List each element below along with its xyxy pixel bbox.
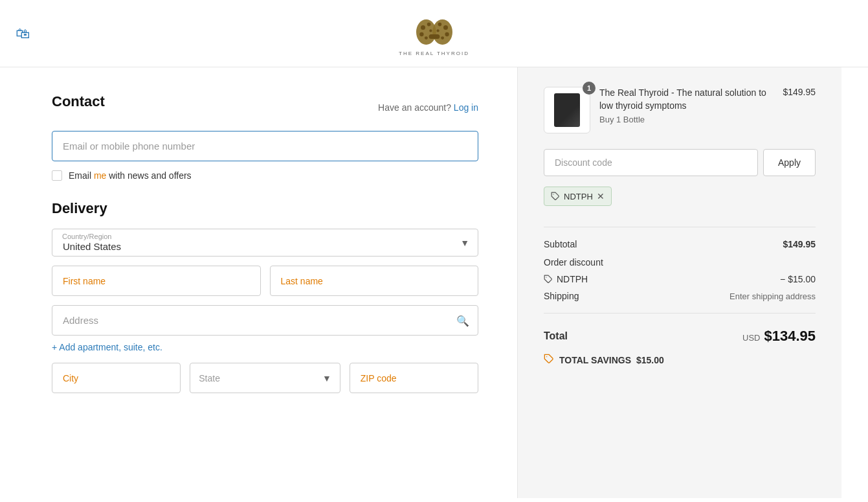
- subtotal-value: $149.95: [783, 239, 816, 249]
- shipping-label: Shipping: [544, 291, 579, 301]
- shipping-row: Shipping Enter shipping address: [544, 287, 816, 305]
- state-select[interactable]: Alabama Alaska California Florida New Yo…: [190, 363, 340, 393]
- zip-wrapper: [350, 363, 478, 393]
- logo-svg: [412, 10, 457, 49]
- total-savings-amount: $15.00: [636, 355, 664, 365]
- ndtph-discount-row: NDTPH − $15.00: [544, 271, 816, 287]
- applied-discount-tag: NDTPH ✕: [544, 187, 612, 206]
- divider-2: [544, 313, 816, 314]
- total-currency: USD: [742, 333, 760, 343]
- remove-discount-button[interactable]: ✕: [597, 191, 605, 201]
- discount-code-row: Apply: [544, 149, 816, 176]
- total-label: Total: [544, 330, 568, 342]
- first-name-input[interactable]: [52, 266, 261, 296]
- login-link[interactable]: Log in: [454, 102, 478, 113]
- address-wrapper: 🔍: [52, 305, 478, 336]
- address-input[interactable]: [52, 305, 478, 336]
- product-image-box: [544, 87, 590, 133]
- product-name: The Real Thyroid - The natural solution …: [599, 87, 773, 112]
- delivery-title: Delivery: [52, 200, 478, 217]
- cart-icon[interactable]: 🛍: [16, 25, 30, 42]
- email-checkbox-row: Email me with news and offers: [52, 170, 478, 181]
- apply-button[interactable]: Apply: [763, 149, 816, 176]
- order-discount-header-row: Order discount: [544, 253, 816, 271]
- svg-point-12: [436, 29, 439, 32]
- shipping-value: Enter shipping address: [729, 291, 816, 301]
- svg-point-10: [445, 32, 449, 36]
- left-panel: Contact Have an account? Log in Email me…: [0, 67, 518, 498]
- email-phone-input[interactable]: [52, 131, 478, 161]
- ndtph-label-group: NDTPH: [544, 274, 588, 284]
- delivery-section: Delivery Country/Region United States ▼ …: [52, 200, 478, 393]
- contact-header: Contact Have an account? Log in: [52, 93, 478, 122]
- header: 🛍 THE REAL THYROID: [0, 0, 868, 67]
- total-amount: $134.95: [764, 328, 816, 345]
- svg-point-1: [432, 19, 452, 45]
- savings-icon: [544, 354, 554, 367]
- svg-point-9: [438, 23, 441, 27]
- address-search-icon: 🔍: [456, 314, 469, 326]
- total-row: Total USD $134.95: [544, 321, 816, 348]
- name-row: [52, 266, 478, 296]
- svg-rect-2: [428, 34, 440, 39]
- tag-icon: [551, 192, 560, 201]
- logo-container: THE REAL THYROID: [399, 10, 469, 56]
- email-news-label: Email me with news and offers: [69, 170, 192, 181]
- country-label: Country/Region: [62, 233, 111, 240]
- total-savings-row: TOTAL SAVINGS $15.00: [544, 348, 816, 372]
- svg-point-7: [429, 29, 432, 32]
- total-savings-label: TOTAL SAVINGS: [559, 355, 631, 365]
- total-value-group: USD $134.95: [742, 328, 816, 345]
- savings-tag-icon: [544, 354, 554, 364]
- product-price: $149.95: [783, 87, 816, 97]
- subtotal-row: Subtotal $149.95: [544, 235, 816, 253]
- logo-tagline: THE REAL THYROID: [399, 51, 469, 56]
- country-select[interactable]: United States: [52, 229, 478, 257]
- contact-title: Contact: [52, 93, 105, 110]
- last-name-input[interactable]: [270, 266, 479, 296]
- divider-1: [544, 227, 816, 227]
- right-panel: 1 The Real Thyroid - The natural solutio…: [518, 67, 841, 498]
- svg-point-3: [421, 25, 425, 30]
- product-row: 1 The Real Thyroid - The natural solutio…: [544, 87, 816, 133]
- country-select-wrapper: Country/Region United States ▼: [52, 229, 478, 257]
- product-image: [554, 93, 580, 127]
- svg-point-8: [443, 25, 448, 30]
- first-name-wrapper: [52, 266, 261, 296]
- ndtph-label: NDTPH: [557, 274, 588, 284]
- svg-point-6: [424, 36, 427, 40]
- svg-point-5: [419, 32, 423, 36]
- add-apartment-link[interactable]: + Add apartment, suite, etc.: [52, 342, 478, 352]
- ndtph-tag-icon: [544, 275, 553, 284]
- subtotal-label: Subtotal: [544, 239, 577, 249]
- product-image-wrapper: 1: [544, 87, 590, 133]
- product-info: The Real Thyroid - The natural solution …: [599, 87, 773, 124]
- svg-point-4: [427, 23, 430, 27]
- zip-input[interactable]: [350, 363, 478, 393]
- last-name-wrapper: [270, 266, 479, 296]
- city-wrapper: [52, 363, 181, 393]
- state-select-wrapper: State Alabama Alaska California Florida …: [190, 363, 340, 393]
- discount-code-input[interactable]: [544, 149, 758, 176]
- ndtph-discount-value: − $15.00: [780, 274, 816, 284]
- svg-point-11: [441, 36, 444, 40]
- product-sub: Buy 1 Bottle: [599, 115, 773, 124]
- city-input[interactable]: [52, 363, 181, 393]
- applied-code-text: NDTPH: [564, 192, 593, 201]
- main-layout: Contact Have an account? Log in Email me…: [0, 67, 868, 498]
- order-discount-label: Order discount: [544, 257, 603, 268]
- email-news-checkbox[interactable]: [52, 170, 62, 181]
- product-badge: 1: [583, 82, 595, 95]
- city-state-zip-row: State Alabama Alaska California Florida …: [52, 363, 478, 393]
- have-account-text: Have an account? Log in: [378, 102, 478, 113]
